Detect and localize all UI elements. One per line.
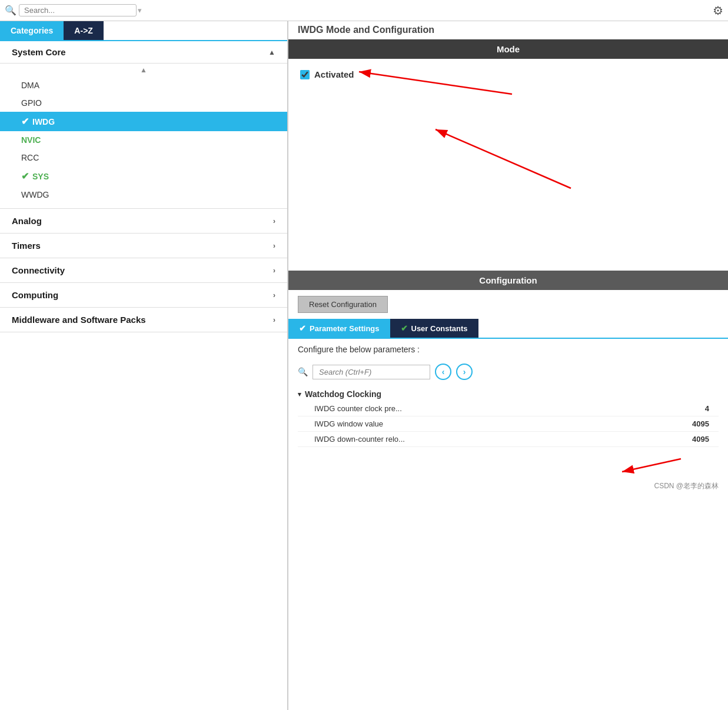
main-layout: Categories A->Z System Core ▲ ▲ DMA GPIO… [0, 21, 728, 710]
activated-row: Activated [288, 59, 728, 90]
reset-config-button[interactable]: Reset Configuration [298, 296, 388, 313]
config-arrow-annotation [575, 453, 693, 476]
next-nav-button[interactable]: › [456, 364, 473, 380]
gear-icon[interactable]: ⚙ [713, 4, 723, 18]
tab-user-constants[interactable]: ✔ User Constants [390, 319, 478, 338]
config-arrow-area [288, 453, 728, 476]
category-label: Middleware and Software Packs [12, 315, 146, 325]
param-value: 4095 [692, 419, 719, 428]
config-tabs-bar: ✔ Parameter Settings ✔ User Constants [288, 319, 728, 339]
category-label: Timers [12, 241, 41, 251]
tab-atoz[interactable]: A->Z [64, 21, 104, 40]
list-item-rcc[interactable]: RCC [0, 149, 287, 166]
chevron-down-icon: ▾ [298, 391, 301, 398]
tab-parameter-settings[interactable]: ✔ Parameter Settings [288, 319, 390, 338]
group-label: Watchdog Clocking [305, 389, 381, 399]
category-computing[interactable]: Computing › [0, 283, 287, 308]
right-panel-title: IWDG Mode and Configuration [288, 21, 728, 39]
param-search-input[interactable] [313, 365, 430, 379]
category-timers[interactable]: Timers › [0, 234, 287, 258]
watchdog-group-header[interactable]: ▾ Watchdog Clocking [298, 387, 719, 401]
system-core-section: System Core ▲ ▲ DMA GPIO ✔ IWDG NVIC [0, 41, 287, 209]
search-icon: 🔍 [298, 367, 308, 376]
chevron-right-icon: › [273, 217, 275, 225]
mode-section-header: Mode [288, 39, 728, 59]
param-tree: ▾ Watchdog Clocking IWDG counter clock p… [288, 384, 728, 453]
param-search-row: 🔍 ‹ › [288, 360, 728, 384]
check-icon: ✔ [21, 116, 29, 127]
list-item-sys[interactable]: ✔ SYS [0, 166, 287, 186]
table-row: IWDG window value 4095 [298, 416, 719, 432]
chevron-right-icon: › [273, 266, 275, 275]
system-core-header[interactable]: System Core ▲ [0, 41, 287, 64]
left-panel: Categories A->Z System Core ▲ ▲ DMA GPIO… [0, 21, 288, 710]
list-item-wwdg[interactable]: WWDG [0, 186, 287, 204]
tab-check-icon: ✔ [401, 324, 408, 333]
category-label: Analog [12, 216, 42, 226]
param-label: IWDG counter clock pre... [314, 404, 705, 413]
system-core-items: ▲ DMA GPIO ✔ IWDG NVIC RCC ✔ [0, 64, 287, 209]
list-item-nvic[interactable]: NVIC [0, 131, 287, 149]
chevron-right-icon: › [273, 291, 275, 299]
search-icon: 🔍 [5, 5, 16, 16]
config-section-header: Configuration [288, 271, 728, 290]
item-label: WWDG [21, 190, 49, 199]
dropdown-arrow[interactable]: ▾ [138, 6, 142, 15]
prev-nav-button[interactable]: ‹ [435, 364, 451, 380]
watchdog-clocking-group: ▾ Watchdog Clocking IWDG counter clock p… [298, 387, 719, 447]
list-item-iwdg[interactable]: ✔ IWDG [0, 112, 287, 131]
chevron-right-icon: › [273, 242, 275, 250]
tab-label: Parameter Settings [310, 324, 380, 333]
param-label: IWDG window value [314, 419, 692, 428]
system-core-label: System Core [12, 47, 66, 57]
mode-content: Activated [288, 59, 728, 271]
table-row: IWDG down-counter relo... 4095 [298, 432, 719, 447]
tab-check-icon: ✔ [299, 324, 306, 333]
category-analog[interactable]: Analog › [0, 209, 287, 234]
param-value: 4095 [692, 435, 719, 444]
right-panel: IWDG Mode and Configuration Mode Activat… [288, 21, 728, 710]
arrows-annotation [288, 59, 728, 271]
svg-line-5 [622, 459, 681, 472]
left-tabs-bar: Categories A->Z [0, 21, 287, 41]
category-middleware[interactable]: Middleware and Software Packs › [0, 308, 287, 332]
params-description: Configure the below parameters : [288, 339, 728, 360]
param-label: IWDG down-counter relo... [314, 435, 692, 444]
check-icon: ✔ [21, 171, 29, 182]
category-connectivity[interactable]: Connectivity › [0, 258, 287, 283]
item-label: IWDG [32, 117, 55, 126]
activated-checkbox[interactable] [300, 70, 310, 79]
svg-line-3 [436, 129, 571, 188]
tab-categories[interactable]: Categories [0, 21, 64, 40]
chevron-right-icon: › [273, 316, 275, 324]
chevron-up-icon: ▲ [268, 48, 275, 56]
item-label: SYS [32, 172, 49, 181]
item-label: RCC [21, 153, 39, 162]
item-label: GPIO [21, 98, 42, 108]
category-label: Computing [12, 290, 58, 300]
param-value: 4 [705, 404, 719, 413]
table-row: IWDG counter clock pre... 4 [298, 401, 719, 416]
list-item[interactable]: DMA [0, 76, 287, 94]
activated-label: Activated [314, 69, 354, 79]
sort-arrow-icon: ▲ [0, 64, 287, 76]
search-input[interactable] [19, 4, 137, 16]
list-item[interactable]: GPIO [0, 94, 287, 112]
config-section: Configuration Reset Configuration ✔ Para… [288, 271, 728, 496]
top-bar: 🔍 ▾ ⚙ [0, 0, 728, 21]
tab-label: User Constants [411, 324, 468, 333]
watermark: CSDN @老李的森林 [288, 476, 728, 496]
item-label: NVIC [21, 135, 41, 145]
item-label: DMA [21, 81, 39, 90]
category-label: Connectivity [12, 265, 65, 275]
